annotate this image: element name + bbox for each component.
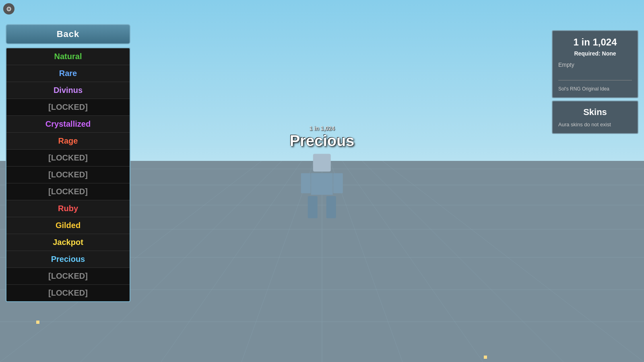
list-item-rage[interactable]: Rage: [6, 133, 130, 150]
character-model: [298, 154, 346, 218]
svg-line-9: [161, 161, 302, 362]
corner-indicator-2: [484, 356, 487, 359]
list-item-precious[interactable]: Precious: [6, 251, 130, 268]
info-required: Required: None: [558, 50, 632, 57]
list-item-locked2[interactable]: [LOCKED]: [6, 150, 130, 167]
character-name: Precious: [290, 132, 355, 150]
settings-icon[interactable]: ⚙: [3, 3, 14, 14]
list-item-crystallized[interactable]: Crystallized: [6, 116, 130, 133]
list-item-locked1[interactable]: [LOCKED]: [6, 99, 130, 116]
list-item-locked4[interactable]: [LOCKED]: [6, 183, 130, 200]
info-odds: 1 in 1,024: [558, 37, 632, 48]
skins-box: Skins Aura skins do not exist: [552, 101, 638, 134]
list-item-locked6[interactable]: [LOCKED]: [6, 285, 130, 301]
list-item-locked3[interactable]: [LOCKED]: [6, 167, 130, 183]
char-torso: [311, 173, 333, 195]
list-item-ruby[interactable]: Ruby: [6, 200, 130, 217]
back-button[interactable]: Back: [6, 24, 130, 44]
info-empty: Empty: [558, 62, 632, 68]
svg-line-13: [362, 161, 564, 362]
items-list: NaturalRareDivinus[LOCKED]CrystallizedRa…: [6, 47, 130, 302]
list-item-natural[interactable]: Natural: [6, 48, 130, 65]
skins-desc: Aura skins do not exist: [558, 121, 632, 128]
info-divider: [558, 80, 632, 80]
character-area: 1 in 1,024 Precious: [290, 125, 355, 218]
list-item-gilded[interactable]: Gilded: [6, 217, 130, 234]
skins-title: Skins: [558, 107, 632, 117]
svg-line-15: [382, 161, 644, 362]
list-item-divinus[interactable]: Divinus: [6, 82, 130, 99]
right-panel: 1 in 1,024 Required: None Empty Sol's RN…: [552, 30, 638, 134]
char-head: [313, 154, 331, 171]
info-box: 1 in 1,024 Required: None Empty Sol's RN…: [552, 30, 638, 98]
char-right-arm: [333, 173, 343, 193]
list-item-locked5[interactable]: [LOCKED]: [6, 268, 130, 285]
list-item-rare[interactable]: Rare: [6, 65, 130, 82]
char-left-leg: [308, 196, 318, 218]
character-odds-small: 1 in 1,024: [309, 125, 334, 132]
corner-indicator: [36, 321, 39, 324]
left-panel: Back NaturalRareDivinus[LOCKED]Crystalli…: [6, 24, 130, 302]
info-credit: Sol's RNG Original Idea: [558, 86, 632, 92]
list-item-jackpot[interactable]: Jackpot: [6, 234, 130, 251]
char-left-arm: [301, 173, 311, 193]
svg-line-12: [342, 161, 483, 362]
char-right-leg: [326, 196, 336, 218]
